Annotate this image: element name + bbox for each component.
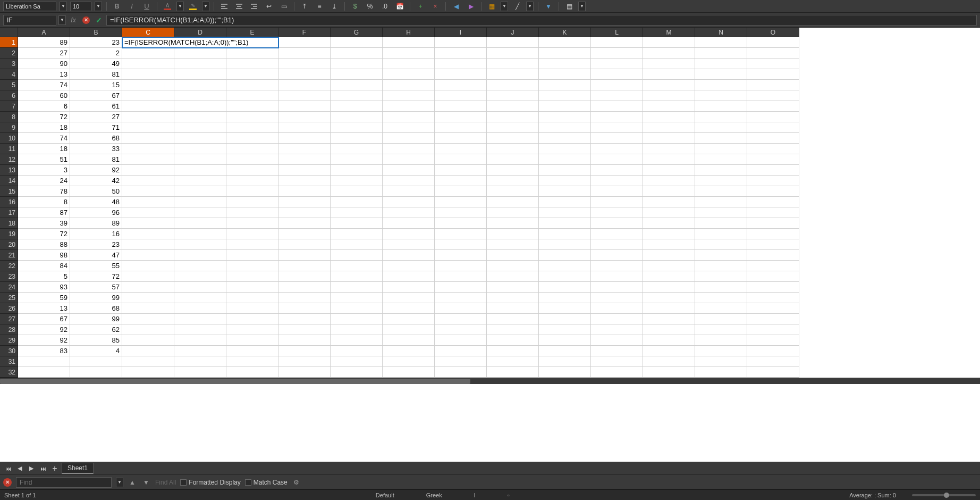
cell[interactable]: 61	[70, 101, 122, 112]
cell[interactable]	[122, 59, 174, 69]
currency-button[interactable]: $	[349, 1, 361, 12]
cell[interactable]	[331, 48, 383, 59]
cell[interactable]	[122, 112, 174, 122]
cell[interactable]: 47	[70, 250, 122, 261]
cell[interactable]	[331, 90, 383, 101]
cell[interactable]	[383, 37, 435, 48]
insert-mode[interactable]: I	[474, 492, 476, 498]
row-header[interactable]: 22	[0, 261, 18, 271]
row-header[interactable]: 26	[0, 303, 18, 314]
cell[interactable]	[122, 133, 174, 144]
cell[interactable]	[278, 261, 331, 271]
cell[interactable]	[331, 271, 383, 282]
cell[interactable]	[695, 59, 747, 69]
first-sheet-button[interactable]: ⏮	[3, 464, 13, 473]
cell[interactable]	[643, 261, 695, 271]
cell[interactable]	[747, 112, 799, 122]
date-button[interactable]: 📅	[394, 1, 405, 12]
cell[interactable]	[383, 239, 435, 250]
cell[interactable]	[747, 282, 799, 293]
cell[interactable]	[122, 101, 174, 112]
cell[interactable]	[487, 69, 539, 80]
cell[interactable]	[278, 37, 331, 48]
cell[interactable]	[435, 324, 487, 335]
cell[interactable]	[643, 356, 695, 367]
cell[interactable]	[435, 69, 487, 80]
autofilter-button[interactable]: ▼	[543, 1, 554, 12]
cell[interactable]	[226, 80, 278, 90]
cell[interactable]	[539, 37, 591, 48]
cell[interactable]	[383, 282, 435, 293]
cell[interactable]	[695, 261, 747, 271]
cell[interactable]	[122, 346, 174, 356]
cell[interactable]: 99	[70, 314, 122, 324]
cell[interactable]	[278, 314, 331, 324]
language[interactable]: Greek	[426, 492, 442, 498]
row-header[interactable]: 31	[0, 356, 18, 367]
cell[interactable]	[643, 144, 695, 154]
cell[interactable]	[226, 356, 278, 367]
cell[interactable]	[747, 37, 799, 48]
cell[interactable]	[695, 133, 747, 144]
row-header[interactable]: 4	[0, 69, 18, 80]
cell[interactable]	[643, 293, 695, 303]
cell[interactable]	[591, 59, 643, 69]
cell[interactable]	[435, 271, 487, 282]
bold-button[interactable]: B	[111, 1, 123, 12]
cell[interactable]	[747, 154, 799, 165]
align-left-button[interactable]	[218, 1, 230, 12]
cell[interactable]	[174, 324, 226, 335]
cell[interactable]	[487, 239, 539, 250]
cell[interactable]	[383, 197, 435, 207]
cell[interactable]	[591, 356, 643, 367]
cell[interactable]: 89	[18, 37, 70, 48]
cell[interactable]	[487, 112, 539, 122]
cell[interactable]	[383, 207, 435, 218]
cell[interactable]	[331, 293, 383, 303]
cell[interactable]	[747, 261, 799, 271]
cell[interactable]	[278, 186, 331, 197]
cell[interactable]	[643, 80, 695, 90]
cell[interactable]	[539, 48, 591, 59]
cell[interactable]	[695, 90, 747, 101]
cell[interactable]	[591, 133, 643, 144]
cell[interactable]: 67	[70, 90, 122, 101]
cell[interactable]	[174, 69, 226, 80]
cell[interactable]	[487, 186, 539, 197]
cell[interactable]	[435, 48, 487, 59]
cell[interactable]	[643, 324, 695, 335]
cell[interactable]: 78	[18, 186, 70, 197]
underline-button[interactable]: U	[141, 1, 153, 12]
row-header[interactable]: 8	[0, 112, 18, 122]
cell[interactable]	[539, 335, 591, 346]
close-find-button[interactable]: ✕	[3, 478, 12, 487]
align-right-button[interactable]	[248, 1, 260, 12]
cell[interactable]	[174, 90, 226, 101]
cell[interactable]	[747, 229, 799, 239]
cell[interactable]	[695, 154, 747, 165]
cell[interactable]: 23	[70, 37, 122, 48]
row-header[interactable]: 29	[0, 335, 18, 346]
cell[interactable]	[539, 324, 591, 335]
cell[interactable]	[278, 122, 331, 133]
cell[interactable]: 60	[18, 90, 70, 101]
cell[interactable]	[539, 229, 591, 239]
cell[interactable]	[435, 335, 487, 346]
cell[interactable]	[383, 80, 435, 90]
cell[interactable]	[226, 303, 278, 314]
cell[interactable]	[435, 154, 487, 165]
cell[interactable]	[278, 229, 331, 239]
cell[interactable]	[747, 69, 799, 80]
cancel-button[interactable]: ✕	[81, 15, 91, 26]
cell[interactable]	[435, 314, 487, 324]
cell[interactable]	[487, 324, 539, 335]
cell[interactable]	[539, 293, 591, 303]
cell[interactable]	[226, 293, 278, 303]
merge-cells-button[interactable]: ▭	[278, 1, 290, 12]
cell[interactable]	[122, 367, 174, 378]
cell[interactable]: 88	[18, 239, 70, 250]
row-header[interactable]: 6	[0, 90, 18, 101]
cell[interactable]	[643, 314, 695, 324]
cell[interactable]	[591, 122, 643, 133]
cell[interactable]	[487, 101, 539, 112]
